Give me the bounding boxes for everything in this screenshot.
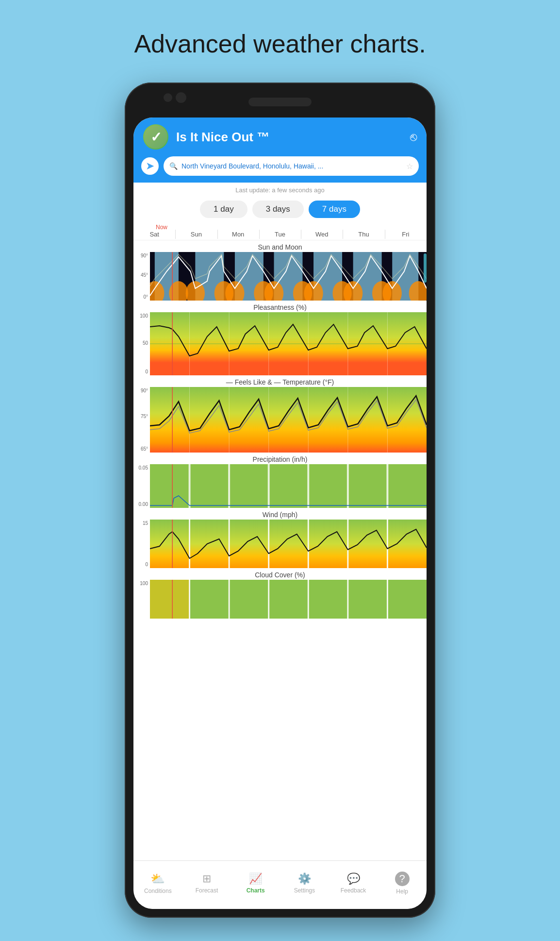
nav-help[interactable]: ? Help <box>378 872 427 895</box>
scroll-bottom-space <box>133 619 427 628</box>
day-sat: Sat <box>133 230 175 239</box>
scroll-indicator <box>424 253 427 283</box>
day-thu: Thu <box>343 230 384 239</box>
search-icon: 🔍 <box>169 162 178 170</box>
favorite-icon[interactable]: ☆ <box>406 162 413 171</box>
nav-feedback[interactable]: 💬 Feedback <box>329 873 378 894</box>
help-icon: ? <box>395 872 410 886</box>
precipitation-chart-svg <box>150 464 427 508</box>
forecast-label: Forecast <box>196 887 218 894</box>
sun-moon-section: Sun and Moon 90° 45° 0° <box>133 240 427 301</box>
phone-frame: ✓ Is It Nice Out ™ ⎋ ➤ 🔍 North Vineyard … <box>125 83 435 918</box>
pleasantness-section: Pleasantness (%) 100 50 0 <box>133 301 427 375</box>
phone-speaker <box>248 98 312 106</box>
charts-icon: 📈 <box>249 873 262 885</box>
forecast-icon: ⊞ <box>202 873 211 885</box>
day-buttons-group: 1 day 3 days 7 days <box>133 198 427 223</box>
last-update-text: Last update: a few seconds ago <box>133 183 427 198</box>
app-title: Is It Nice Out ™ <box>176 130 402 145</box>
day-mon: Mon <box>217 230 259 239</box>
feedback-icon: 💬 <box>347 873 360 885</box>
wind-section: Wind (mph) 15 0 <box>133 508 427 568</box>
settings-icon: ⚙️ <box>298 873 311 885</box>
sun-moon-chart-svg <box>150 252 427 301</box>
wind-chart-svg <box>150 520 427 568</box>
conditions-label: Conditions <box>144 888 172 894</box>
settings-label: Settings <box>294 887 315 894</box>
seven-days-button[interactable]: 7 days <box>309 201 360 218</box>
temperature-chart-svg <box>150 387 427 453</box>
wind-title: Wind (mph) <box>133 508 427 520</box>
conditions-icon: ⛅ <box>150 872 165 886</box>
camera-left <box>164 93 172 102</box>
temperature-section: — Feels Like & — Temperature (°F) 90° 75… <box>133 375 427 453</box>
feedback-label: Feedback <box>341 887 366 894</box>
cloud-cover-chart-svg <box>150 580 427 619</box>
one-day-button[interactable]: 1 day <box>200 201 247 218</box>
precipitation-title: Precipitation (in/h) <box>133 453 427 464</box>
chart-scroll-area[interactable]: Now Sat Sun Mon Tue Wed Thu Fri Sun and … <box>133 223 427 878</box>
app-logo: ✓ <box>143 124 168 150</box>
nav-forecast[interactable]: ⊞ Forecast <box>182 873 231 894</box>
day-sun: Sun <box>175 230 217 239</box>
precipitation-section: Precipitation (in/h) 0.05 0.00 <box>133 453 427 508</box>
day-fri: Fri <box>385 230 427 239</box>
logo-checkmark: ✓ <box>150 129 162 145</box>
day-labels-row: Now Sat Sun Mon Tue Wed Thu Fri <box>133 223 427 240</box>
camera-right <box>176 92 186 103</box>
day-tue: Tue <box>259 230 301 239</box>
nav-conditions[interactable]: ⛅ Conditions <box>133 872 182 894</box>
share-button[interactable]: ⎋ <box>410 130 417 144</box>
search-box[interactable]: 🔍 North Vineyard Boulevard, Honolulu, Ha… <box>164 156 419 176</box>
page-heading: Advanced weather charts. <box>0 0 560 78</box>
nav-charts[interactable]: 📈 Charts <box>231 873 280 894</box>
search-bar-row: ➤ 🔍 North Vineyard Boulevard, Honolulu, … <box>133 156 427 183</box>
svg-rect-40 <box>150 464 427 508</box>
days-grid: Sat Sun Mon Tue Wed Thu Fri <box>133 229 427 240</box>
bottom-nav: ⛅ Conditions ⊞ Forecast 📈 Charts ⚙️ Sett… <box>133 860 427 909</box>
temperature-title: — Feels Like & — Temperature (°F) <box>133 375 427 387</box>
charts-label: Charts <box>247 887 265 894</box>
app-header: ✓ Is It Nice Out ™ ⎋ <box>133 118 427 156</box>
pleasantness-chart-svg <box>150 312 427 375</box>
phone-top-bar <box>125 83 435 117</box>
phone-screen: ✓ Is It Nice Out ™ ⎋ ➤ 🔍 North Vineyard … <box>133 118 427 909</box>
location-arrow-button[interactable]: ➤ <box>141 157 159 175</box>
cloud-cover-title: Cloud Cover (%) <box>133 568 427 580</box>
location-text: North Vineyard Boulevard, Honolulu, Hawa… <box>181 162 402 170</box>
nav-settings[interactable]: ⚙️ Settings <box>280 873 329 894</box>
sun-moon-title: Sun and Moon <box>133 240 427 252</box>
cloud-cover-section: Cloud Cover (%) 100 <box>133 568 427 619</box>
day-wed: Wed <box>301 230 343 239</box>
pleasantness-title: Pleasantness (%) <box>133 301 427 312</box>
svg-rect-56 <box>150 580 427 619</box>
three-days-button[interactable]: 3 days <box>252 201 304 218</box>
svg-rect-57 <box>150 580 190 619</box>
help-label: Help <box>396 888 408 895</box>
